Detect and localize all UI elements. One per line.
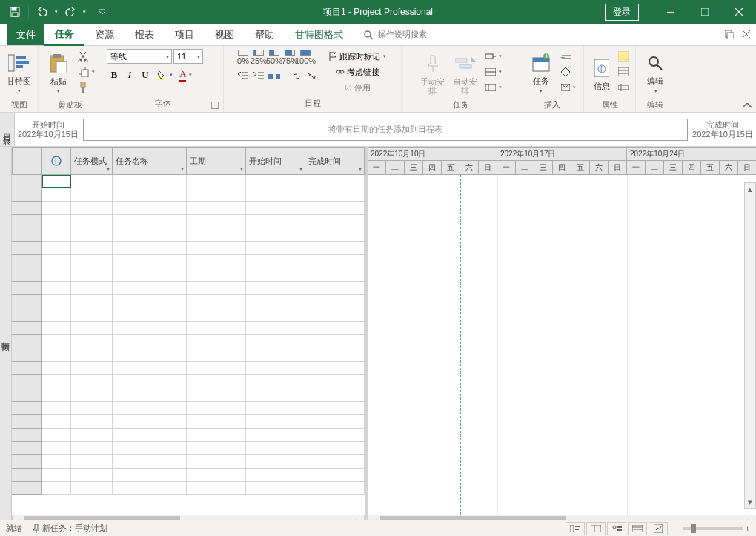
outdent-button[interactable] <box>236 69 251 84</box>
table-row[interactable] <box>12 469 365 482</box>
table-row[interactable] <box>12 255 365 268</box>
close-pane-icon[interactable] <box>743 30 750 39</box>
notes-button[interactable] <box>616 49 631 64</box>
tell-me-search[interactable]: 操作说明搜索 <box>363 29 427 40</box>
table-row[interactable] <box>12 362 365 375</box>
fill-color-button[interactable]: ▾ <box>153 67 176 82</box>
font-size-combo[interactable]: 11 <box>173 49 203 64</box>
font-name-combo[interactable]: 等线 <box>107 49 172 64</box>
gantt-body[interactable] <box>368 175 756 515</box>
italic-button[interactable]: I <box>122 67 137 82</box>
status-newtask[interactable]: 新任务：手动计划 <box>33 523 107 534</box>
col-rowselect[interactable] <box>12 147 42 175</box>
pct-100-button[interactable]: 100% <box>298 49 313 65</box>
gantt-vtab[interactable]: 甘特图 <box>0 147 12 526</box>
table-row[interactable] <box>12 429 365 442</box>
undo-dropdown[interactable]: ▾ <box>53 3 60 21</box>
view-teamplanner-button[interactable] <box>607 522 626 535</box>
table-row[interactable] <box>12 268 365 282</box>
redo-dropdown[interactable]: ▾ <box>81 3 88 21</box>
col-info[interactable]: i <box>42 147 71 175</box>
signin-button[interactable]: 登录 <box>605 4 639 21</box>
table-row[interactable] <box>12 322 365 335</box>
table-row[interactable] <box>12 228 365 242</box>
col-name[interactable]: 任务名称▾ <box>113 147 187 175</box>
timeline-vtab[interactable]: 日程表 <box>0 113 15 146</box>
restore-ribbon-icon[interactable] <box>725 30 734 39</box>
summary-button[interactable]: + <box>558 49 573 64</box>
maximize-button[interactable] <box>688 0 722 24</box>
table-row[interactable] <box>12 455 365 469</box>
paste-button[interactable]: 粘贴▾ <box>43 49 74 98</box>
undo-button[interactable] <box>33 3 51 21</box>
col-finish[interactable]: 完成时间▾ <box>305 147 365 175</box>
table-row[interactable] <box>12 215 365 228</box>
tab-task[interactable]: 任务 <box>44 24 84 46</box>
table-row[interactable] <box>12 308 365 322</box>
vscroll[interactable]: ▴ ▾ <box>744 182 756 509</box>
table-row[interactable] <box>12 348 365 362</box>
col-mode[interactable]: 任务模式▾ <box>71 147 113 175</box>
inspect-button[interactable]: ▾ <box>483 80 505 95</box>
pct-25-button[interactable]: 25% <box>251 49 266 65</box>
close-button[interactable] <box>722 0 756 24</box>
scroll-down[interactable]: ▾ <box>745 496 755 508</box>
table-row[interactable] <box>12 175 365 188</box>
scroll-up[interactable]: ▴ <box>745 183 755 195</box>
indent-button[interactable] <box>251 69 266 84</box>
minimize-button[interactable] <box>654 0 688 24</box>
respect-links-button[interactable]: 考虑链接 <box>325 64 389 79</box>
tab-resource[interactable]: 资源 <box>84 24 125 45</box>
pct-0-button[interactable]: 0% <box>236 49 251 65</box>
table-body[interactable] <box>12 175 365 515</box>
font-color-button[interactable]: A▾ <box>176 67 195 82</box>
pct-50-button[interactable]: 50% <box>267 49 282 65</box>
table-row[interactable] <box>12 295 365 308</box>
timeline-bar[interactable]: 将带有日期的任务添加到日程表 <box>83 119 688 141</box>
table-row[interactable] <box>12 242 365 255</box>
unlink-button[interactable] <box>305 69 319 84</box>
zoom-slider[interactable] <box>683 527 743 530</box>
mode-button[interactable]: ▾ <box>483 64 505 79</box>
track-mark-button[interactable]: 跟踪时标记▾ <box>325 49 389 64</box>
tab-gantt-format[interactable]: 甘特图格式 <box>285 24 354 45</box>
bold-button[interactable]: B <box>107 67 122 82</box>
table-row[interactable] <box>12 415 365 429</box>
table-row[interactable] <box>12 442 365 455</box>
tab-help[interactable]: 帮助 <box>245 24 285 45</box>
edit-button[interactable]: 编辑▾ <box>640 49 671 98</box>
link-button[interactable] <box>289 69 304 84</box>
zoom-out-button[interactable]: − <box>675 524 680 533</box>
information-button[interactable]: i 信息 <box>589 49 614 98</box>
col-duration[interactable]: 工期▾ <box>187 147 246 175</box>
font-dialog-launcher[interactable] <box>211 102 219 109</box>
view-taskusage-button[interactable] <box>586 522 606 535</box>
tab-file[interactable]: 文件 <box>7 24 44 45</box>
move-button[interactable]: ▾ <box>483 49 505 64</box>
details-button[interactable] <box>616 64 631 79</box>
tab-report[interactable]: 报表 <box>125 24 165 45</box>
cut-button[interactable] <box>76 49 90 64</box>
table-row[interactable] <box>12 482 365 495</box>
save-button[interactable] <box>6 3 24 21</box>
underline-button[interactable]: U <box>138 67 153 82</box>
col-start[interactable]: 开始时间▾ <box>246 147 305 175</box>
view-gantt-button[interactable] <box>566 522 585 535</box>
timeline-add-button[interactable] <box>616 80 631 95</box>
tab-project[interactable]: 项目 <box>165 24 205 45</box>
table-row[interactable] <box>12 375 365 388</box>
view-report-button[interactable] <box>649 522 668 535</box>
split-task-button[interactable] <box>267 69 282 84</box>
tab-view[interactable]: 视图 <box>205 24 245 45</box>
table-row[interactable] <box>12 335 365 348</box>
table-row[interactable] <box>12 282 365 295</box>
zoom-in-button[interactable]: + <box>746 524 750 533</box>
copy-button[interactable]: ▾ <box>76 64 98 79</box>
qat-customize[interactable] <box>97 3 107 21</box>
view-resourcesheet-button[interactable] <box>628 522 647 535</box>
redo-button[interactable] <box>62 3 79 21</box>
deliverable-button[interactable]: ▾ <box>558 80 579 95</box>
table-row[interactable] <box>12 188 365 202</box>
format-painter-button[interactable] <box>76 80 90 95</box>
gantt-chart-button[interactable]: 甘特图▾ <box>4 49 35 98</box>
